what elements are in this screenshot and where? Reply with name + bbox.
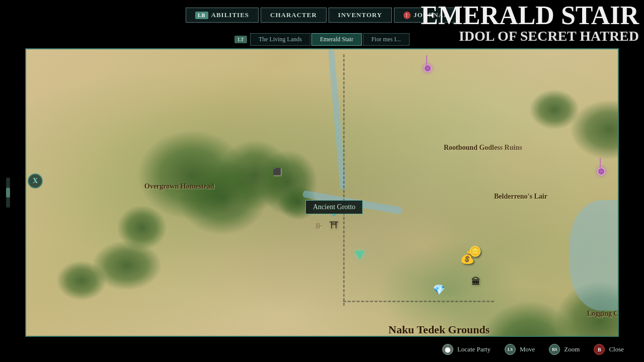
close-button[interactable]: B Close xyxy=(594,344,624,355)
scroll-indicator[interactable] xyxy=(6,177,10,208)
forest-cluster-10 xyxy=(529,89,580,130)
coins-icon: 🪙 xyxy=(469,245,481,257)
marker-pin-right-stem xyxy=(600,158,601,168)
x-close-button[interactable]: X xyxy=(28,173,43,189)
journal-label: JOURNAL xyxy=(414,11,449,19)
marker-pin-stem xyxy=(426,55,427,65)
move-label: Move xyxy=(520,345,535,353)
ruin-icon-mid: 🏛 xyxy=(471,277,480,287)
move-badge: LS xyxy=(505,344,516,355)
marker-pin-right xyxy=(597,167,605,175)
locate-party-label: Locate Party xyxy=(457,345,491,353)
journal-badge: ! xyxy=(404,12,411,19)
forest-cluster-6 xyxy=(278,185,318,220)
move-button[interactable]: LS Move xyxy=(505,344,535,355)
character-button[interactable]: CHARACTER xyxy=(261,8,327,23)
party-arrow-icon xyxy=(355,251,365,260)
zoom-badge: RS xyxy=(549,344,560,355)
scroll-thumb xyxy=(6,188,10,198)
forest-cluster-8 xyxy=(56,260,107,301)
dotted-path-horizontal xyxy=(343,301,494,302)
tab-lt-badge: LT xyxy=(234,36,247,43)
stone-icon: ⬛ xyxy=(273,167,281,176)
inventory-button[interactable]: INVENTORY xyxy=(329,8,392,23)
zoom-label: Zoom xyxy=(564,345,580,353)
left-strip xyxy=(0,48,25,337)
character-label: CHARACTER xyxy=(270,11,317,19)
close-badge: B xyxy=(594,344,605,355)
dotted-path-vertical xyxy=(343,54,345,306)
locate-party-button[interactable]: ⬤ Locate Party xyxy=(442,344,491,355)
party-marker xyxy=(352,248,367,263)
tab-bar: LT The Living Lands Emerald Stair Fior m… xyxy=(0,30,644,48)
tab-living-lands[interactable]: The Living Lands xyxy=(250,33,310,46)
locate-party-badge: ⬤ xyxy=(442,344,453,355)
inventory-label: INVENTORY xyxy=(338,11,382,19)
close-label: Close xyxy=(609,345,624,353)
tab-emerald-stair[interactable]: Emerald Stair xyxy=(311,33,362,46)
bottom-bar: ⬤ Locate Party LS Move RS Zoom B Close xyxy=(0,337,644,362)
terrain-sandy-2 xyxy=(469,125,570,200)
right-strip xyxy=(619,48,644,337)
top-nav: LB ABILITIES CHARACTER INVENTORY ! JOURN… xyxy=(0,0,644,30)
water-body-right xyxy=(570,200,619,311)
abilities-badge: LB xyxy=(195,12,208,19)
abilities-label: ABILITIES xyxy=(211,11,249,19)
ancient-grotto-pillar: ⊪ xyxy=(315,221,323,231)
map-container[interactable]: Overgrown Homestead Rootbound Godless Ru… xyxy=(25,48,619,337)
abilities-button[interactable]: LB ABILITIES xyxy=(186,8,259,23)
marker-pin-top xyxy=(424,64,432,72)
item-icon: 💎 xyxy=(433,284,445,296)
zoom-button[interactable]: RS Zoom xyxy=(549,344,580,355)
terrain-sandy-1 xyxy=(378,210,469,281)
ancient-grotto-icon: ⛩ xyxy=(330,220,339,231)
tab-fior-mes[interactable]: Fior mes I... xyxy=(363,33,409,46)
journal-button[interactable]: ! JOURNAL xyxy=(394,8,458,23)
